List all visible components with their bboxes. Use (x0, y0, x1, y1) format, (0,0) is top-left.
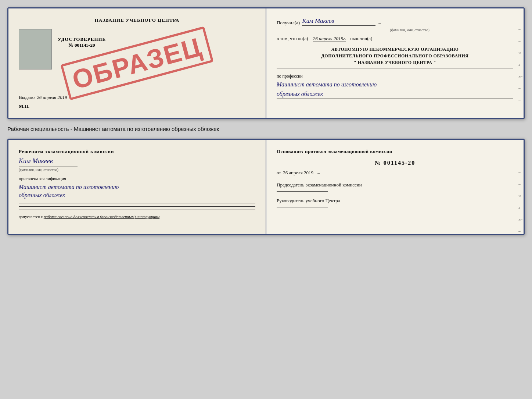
top-doc-title: НАЗВАНИЕ УЧЕБНОГО ЦЕНТРА (19, 17, 255, 23)
mark7: – (518, 97, 522, 102)
ot-prefix: от (277, 170, 281, 175)
bottom-right-side-marks: – – – и а к– – – – – (518, 158, 524, 235)
bmark7: – (518, 229, 522, 233)
fio-sub-bottom: (фамилия, имя, отчество) (19, 167, 78, 172)
profession-line2: обрезных обложек (277, 90, 513, 99)
bmark5: а (518, 205, 522, 210)
fio-sub-top: (фамилия, имя, отчество) (306, 28, 513, 32)
okoncil-label: окончил(а) (350, 36, 372, 41)
profession-line1: Машинист автомата по изготовлению (277, 81, 513, 89)
udost-number: № 001145-20 (58, 42, 106, 48)
mark1: – (518, 27, 522, 31)
vtom-date: 26 апреля 2019г. (313, 36, 346, 42)
mark4: а (518, 62, 522, 67)
poluchil-field: Получил(а) Ким Макеев – (277, 17, 513, 26)
bottom-doc-right: Основание: протокол экзаменационной коми… (266, 140, 524, 234)
bmark1: – (518, 158, 522, 163)
person-name: Ким Макеев (19, 157, 255, 165)
osnovanie-text: Основание: протокол экзаменационной коми… (277, 149, 513, 154)
vydano-line: Выдано26 апреля 2019 (19, 95, 255, 100)
dopuskaetsya-value: работе согласно должностным (производств… (44, 214, 159, 219)
mark8: – (518, 109, 522, 114)
po-professii-label: по профессии (277, 74, 513, 79)
org-text: АВТОНОМНУЮ НЕКОММЕРЧЕСКУЮ ОРГАНИЗАЦИЮ ДО… (277, 46, 513, 66)
blank-line2 (19, 206, 255, 207)
right-side-marks: – – и а к– – – – (518, 27, 524, 114)
org-name: " НАЗВАНИЕ УЧЕБНОГО ЦЕНТРА " (277, 59, 513, 66)
okoncil-line: в том, что он(а) 26 апреля 2019г. окончи… (277, 36, 513, 42)
rukovoditel-sign-line (277, 207, 328, 207)
dash1: – (378, 20, 381, 26)
sep-line1 (277, 68, 513, 68)
protocol-date: от 26 апреля 2019 – (277, 170, 513, 176)
bmark3: – (518, 182, 522, 186)
blank-line3 (19, 210, 255, 210)
page-wrapper: НАЗВАНИЕ УЧЕБНОГО ЦЕНТРА УДОСТОВЕРЕНИЕ №… (7, 7, 525, 235)
prisvoena-text: присвоена квалификация (19, 176, 255, 182)
dopuskaetsya-prefix: допускается к (19, 214, 43, 219)
bottom-doc-left: Решением экзаменационной комиссии Ким Ма… (8, 140, 266, 234)
kvalif-line2: обрезных обложек (19, 191, 255, 200)
bottom-document-card: Решением экзаменационной комиссии Ким Ма… (7, 139, 525, 235)
mark3: и (518, 50, 522, 55)
bmark2: – (518, 170, 522, 174)
protocol-number: № 001145-20 (277, 160, 513, 166)
dash-right: – (317, 170, 320, 175)
vydano-date: 26 апреля 2019 (37, 95, 67, 100)
bmark6: к– (518, 217, 522, 221)
poluchil-value: Ким Макеев (302, 17, 375, 26)
rukovoditel-text: Руководитель учебного Центра (277, 197, 513, 204)
resheniye-text: Решением экзаменационной комиссии (19, 149, 255, 154)
specialty-label: Рабочая специальность - Машинист автомат… (7, 124, 525, 134)
udost-block: УДОСТОВЕРЕНИЕ № 001145-20 (58, 36, 106, 48)
predsedatel-sign-line (277, 191, 328, 192)
photo-placeholder (19, 29, 52, 70)
udost-label: УДОСТОВЕРЕНИЕ (58, 36, 106, 42)
protocol-date-value: 26 апреля 2019 (283, 170, 313, 176)
blank-line4 (19, 222, 255, 222)
predsedatel-text: Председатель экзаменационной комиссии (277, 182, 513, 188)
mark2: – (518, 39, 522, 43)
poluchil-label: Получил(а) (277, 20, 300, 26)
vydano-label: Выдано (19, 95, 35, 100)
vtom-label: в том, что он(а) (277, 36, 308, 41)
top-doc-left: НАЗВАНИЕ УЧЕБНОГО ЦЕНТРА УДОСТОВЕРЕНИЕ №… (8, 8, 266, 118)
mp-line: М.П. (19, 103, 255, 109)
mark5: к– (518, 74, 522, 78)
top-document-card: НАЗВАНИЕ УЧЕБНОГО ЦЕНТРА УДОСТОВЕРЕНИЕ №… (7, 7, 525, 119)
org-line1: АВТОНОМНУЮ НЕКОММЕРЧЕСКУЮ ОРГАНИЗАЦИЮ (277, 46, 513, 53)
org-line2: ДОПОЛНИТЕЛЬНОГО ПРОФЕССИОНАЛЬНОГО ОБРАЗО… (277, 53, 513, 59)
mark6: – (518, 86, 522, 90)
bmark4: и (518, 193, 522, 198)
top-doc-right: Получил(а) Ким Макеев – (фамилия, имя, о… (266, 8, 524, 118)
kvalif-line1: Машинист автомата по изготовлению (19, 183, 255, 191)
dopuskaetsya-text: допускается к работе согласно должностны… (19, 214, 255, 219)
blank-line1 (19, 203, 255, 203)
